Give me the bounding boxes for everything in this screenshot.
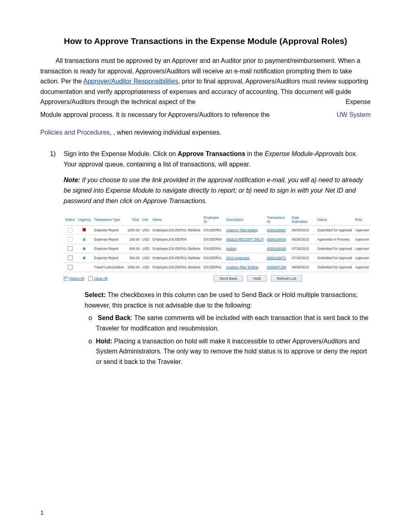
cell-total: 1500.00 [126,263,141,272]
note-label: Note: [64,177,80,183]
cell-transaction-id-link[interactable]: 0000165997 [267,228,286,232]
cell-transaction-id-link[interactable]: 0000166071 [267,256,286,260]
send-back-button[interactable]: Send Back [214,275,243,282]
urgency-blue-icon [83,257,85,259]
approver-responsibilities-link[interactable]: Approver/Auditor Responsibilities [83,78,179,85]
col-role[interactable]: Role [353,214,371,226]
col-desc[interactable]: Description [224,214,265,226]
table-row: Expense Report1200.00USDEmployee,EXUSER0… [64,226,371,235]
page-number: 1 [40,509,44,516]
cell-description-link[interactable]: testing [226,247,236,251]
table-row: Expense Report300.00USDEmployee,EXUSER01… [64,254,371,263]
select-all-checkbox-icon [64,276,68,281]
hold-button[interactable]: Hold [247,275,267,282]
floating-word-uwsystem: UW System [337,110,371,120]
row-select-checkbox[interactable] [68,256,73,260]
policies-tail: , when reviewing individual expenses. [113,129,221,136]
intro-text-c: Module approval process. It is necessary… [40,111,270,118]
cell-role: Approver [353,244,371,254]
cell-total: 1200.00 [126,226,141,235]
urgency-red-icon [83,228,86,231]
cell-status: Approvals in Process [316,235,353,244]
select-text: The checkboxes in this column can be use… [85,291,357,309]
cell-description-link[interactable]: Urgency Flag testing [226,228,257,232]
cell-total: 160.00 [126,235,141,244]
row-select-checkbox[interactable] [68,265,73,270]
table-actions-row: Select All Clear All Send Back Hold Refr… [64,275,371,282]
col-date[interactable]: Date Submitted [290,214,316,226]
row-select-checkbox[interactable] [68,228,73,233]
step-1: 1) Sign into the Expense Module. Click o… [40,149,371,169]
policies-line: Policies and Procedures, , when reviewin… [40,127,371,138]
urgency-blue-icon [83,247,85,250]
select-all-control[interactable]: Select All [64,276,84,281]
urgency-green-icon [83,237,86,241]
cell-name: Employee,EXUSER01-Stefanie [151,254,202,263]
cell-transaction-id-link[interactable]: 0000166069 [267,247,286,251]
row-select-checkbox[interactable] [68,246,73,251]
cell-role: Approver [353,263,371,272]
col-select[interactable]: Select [64,214,77,226]
cell-total: 600.00 [126,244,141,254]
cell-description-link[interactable]: Urgency Flag Testing [226,265,258,269]
cell-unit: USD [141,263,151,272]
cell-total: 300.00 [126,254,141,263]
policies-link-text[interactable]: Policies and Procedures [40,129,110,136]
col-urgency[interactable]: Urgency [77,214,93,226]
refresh-list-button[interactable]: Refresh List [271,275,302,282]
clear-all-control[interactable]: Clear All [88,276,108,281]
cell-role: Approver [353,235,371,244]
col-status[interactable]: Status [316,214,353,226]
clear-all-link[interactable]: Clear All [94,276,108,281]
step-1-text-c: in the [245,150,265,157]
hold-label: Hold: [96,338,112,345]
cell-status: Submitted for Approval [316,244,353,254]
cell-transaction-id-link[interactable]: 0000166054 [267,237,286,241]
row-select-checkbox[interactable] [68,237,73,242]
cell-description-link[interactable]: 2012 expenses [226,256,249,260]
floating-word-expense: Expense [330,97,371,107]
intro-paragraph-2: Module approval process. It is necessary… [40,110,371,120]
send-back-label: Send Back [98,314,131,321]
note-paragraph: Note: If you choose to use the link prov… [64,175,371,206]
cell-name: Employee,EXUSER01-Stefanie [151,226,202,235]
approval-queue-table: Select Urgency Transaction Type Total Un… [64,214,371,272]
cell-date-submitted: 06/06/2013 [290,226,316,235]
cell-transaction-id-link[interactable]: 0000007186 [267,265,286,269]
col-unit[interactable]: Unit [141,214,151,226]
clear-all-checkbox-icon [88,276,93,281]
cell-date-submitted: 07/18/2013 [290,244,316,254]
col-ttype[interactable]: Transaction Type [92,214,126,226]
col-tid[interactable]: Transaction ID [266,214,290,226]
step-1-bold: Approve Transactions [178,150,245,157]
col-name[interactable]: Name [151,214,202,226]
cell-role: Approver [353,226,371,235]
cell-description-link[interactable]: 062613 RECEIPT SPLIT [226,237,264,241]
cell-employee-id: EXUSER01 [202,244,224,254]
table-row: Travel Authorization1500.00USDEmployee,E… [64,263,371,272]
note-body: If you choose to use the link provided i… [64,177,363,204]
cell-date-submitted: 06/26/2013 [290,235,316,244]
select-all-link[interactable]: Select All [69,276,84,281]
cell-status: Submitted for Approval [316,254,353,263]
policies-comma-link[interactable]: , [110,129,112,136]
cell-transaction-type: Travel Authorization [92,263,126,272]
bullet-hold: o Hold: Placing a transaction on hold wi… [85,336,371,367]
col-empid[interactable]: Employee ID [202,214,224,226]
cell-transaction-type: Expense Report [92,244,126,254]
cell-employee-id: EXUSER01 [202,263,224,272]
cell-employee-id: EXUSER01 [202,254,224,263]
cell-status: Submitted for Approval [316,263,353,272]
cell-role: Approver [353,254,371,263]
cell-date-submitted: 06/06/2013 [290,263,316,272]
cell-name: Employee,EXUSER01-Stefanie [151,244,202,254]
table-row: Expense Report600.00USDEmployee,EXUSER01… [64,244,371,254]
bullet-circle-icon: o [85,336,96,367]
cell-unit: USD [141,244,151,254]
step-1-text-a: Sign into the Expense Module. Click on [64,150,178,157]
cell-date-submitted: 07/18/2013 [290,254,316,263]
intro-paragraph: All transactions must be approved by an … [40,56,371,107]
select-label: Select: [85,291,106,298]
step-1-italic: Expense Module-Approvals [265,150,344,157]
col-total[interactable]: Total [126,214,141,226]
